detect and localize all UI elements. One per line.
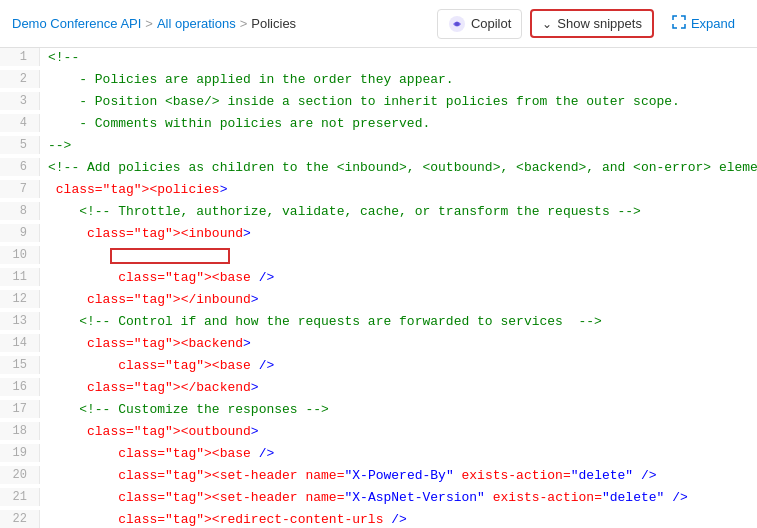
line-number: 9 (0, 224, 40, 242)
table-row: 4 - Comments within policies are not pre… (0, 114, 757, 136)
line-content: class="tag"><base /> (40, 444, 757, 463)
breadcrumb: Demo Conference API > All operations > P… (12, 16, 296, 31)
line-number: 5 (0, 136, 40, 154)
line-number: 6 (0, 158, 40, 176)
header: Demo Conference API > All operations > P… (0, 0, 757, 48)
line-content: --> (40, 136, 757, 155)
svg-point-1 (455, 22, 459, 26)
table-row: 17 <!-- Customize the responses --> (0, 400, 757, 422)
line-number: 7 (0, 180, 40, 198)
line-content: class="tag"><outbound> (40, 422, 757, 441)
line-content: class="tag"><inbound> (40, 224, 757, 243)
line-number: 20 (0, 466, 40, 484)
line-content: class="tag"><redirect-content-urls /> (40, 510, 757, 528)
line-number: 16 (0, 378, 40, 396)
table-row: 13 <!-- Control if and how the requests … (0, 312, 757, 334)
table-row: 20 class="tag"><set-header name="X-Power… (0, 466, 757, 488)
line-content: class="tag"></inbound> (40, 290, 757, 309)
line-content: - Position <base/> inside a section to i… (40, 92, 757, 111)
line-content: class="tag"><set-header name="X-AspNet-V… (40, 488, 757, 507)
line-number: 17 (0, 400, 40, 418)
line-number: 22 (0, 510, 40, 528)
line-content (40, 246, 757, 266)
line-number: 2 (0, 70, 40, 88)
line-content: class="tag"><base /> (40, 356, 757, 375)
table-row: 2 - Policies are applied in the order th… (0, 70, 757, 92)
line-number: 21 (0, 488, 40, 506)
expand-icon (672, 15, 686, 32)
table-row: 21 class="tag"><set-header name="X-AspNe… (0, 488, 757, 510)
header-actions: Copilot ⌄ Show snippets Expand (437, 9, 745, 39)
table-row: 7 class="tag"><policies> (0, 180, 757, 202)
line-content: - Policies are applied in the order they… (40, 70, 757, 89)
table-row: 19 class="tag"><base /> (0, 444, 757, 466)
line-number: 4 (0, 114, 40, 132)
breadcrumb-sep1: > (145, 16, 153, 31)
table-row: 16 class="tag"></backend> (0, 378, 757, 400)
line-number: 11 (0, 268, 40, 286)
table-row: 18 class="tag"><outbound> (0, 422, 757, 444)
line-content: <!-- (40, 48, 757, 67)
line-number: 19 (0, 444, 40, 462)
breadcrumb-api[interactable]: Demo Conference API (12, 16, 141, 31)
table-row: 22 class="tag"><redirect-content-urls /> (0, 510, 757, 528)
copilot-icon (448, 15, 466, 33)
code-editor[interactable]: 1<!--2 - Policies are applied in the ord… (0, 48, 757, 528)
line-content: class="tag"><set-header name="X-Powered-… (40, 466, 757, 485)
table-row: 14 class="tag"><backend> (0, 334, 757, 356)
line-content: <!-- Customize the responses --> (40, 400, 757, 419)
line-content: <!-- Control if and how the requests are… (40, 312, 757, 331)
breadcrumb-operations[interactable]: All operations (157, 16, 236, 31)
table-row: 15 class="tag"><base /> (0, 356, 757, 378)
breadcrumb-policies: Policies (251, 16, 296, 31)
show-snippets-button[interactable]: ⌄ Show snippets (530, 9, 654, 38)
table-row: 11 class="tag"><base /> (0, 268, 757, 290)
expand-button[interactable]: Expand (662, 10, 745, 37)
table-row: 12 class="tag"></inbound> (0, 290, 757, 312)
line-number: 18 (0, 422, 40, 440)
table-row: 8 <!-- Throttle, authorize, validate, ca… (0, 202, 757, 224)
table-row: 1<!-- (0, 48, 757, 70)
table-row: 9 class="tag"><inbound> (0, 224, 757, 246)
copilot-button[interactable]: Copilot (437, 9, 522, 39)
line-number: 12 (0, 290, 40, 308)
line-content: class="tag"><base /> (40, 268, 757, 287)
table-row: 5--> (0, 136, 757, 158)
breadcrumb-sep2: > (240, 16, 248, 31)
table-row: 3 - Position <base/> inside a section to… (0, 92, 757, 114)
red-selection-box (110, 248, 230, 264)
chevron-down-icon: ⌄ (542, 17, 552, 31)
line-content: class="tag"><policies> (40, 180, 757, 199)
line-content: - Comments within policies are not prese… (40, 114, 757, 133)
line-content: <!-- Add policies as children to the <in… (40, 158, 757, 177)
line-number: 15 (0, 356, 40, 374)
line-number: 1 (0, 48, 40, 66)
snippets-label: Show snippets (557, 16, 642, 31)
expand-label: Expand (691, 16, 735, 31)
line-content: <!-- Throttle, authorize, validate, cach… (40, 202, 757, 221)
line-number: 13 (0, 312, 40, 330)
line-number: 8 (0, 202, 40, 220)
line-number: 14 (0, 334, 40, 352)
copilot-label: Copilot (471, 16, 511, 31)
line-content: class="tag"></backend> (40, 378, 757, 397)
line-number: 10 (0, 246, 40, 264)
table-row: 10 (0, 246, 757, 268)
line-number: 3 (0, 92, 40, 110)
table-row: 6<!-- Add policies as children to the <i… (0, 158, 757, 180)
line-content: class="tag"><backend> (40, 334, 757, 353)
